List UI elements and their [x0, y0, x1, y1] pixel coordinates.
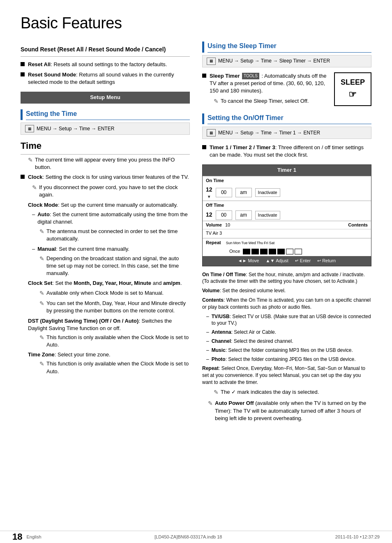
note-icon7: ✎ [39, 334, 44, 342]
cancel-text: To cancel the Sleep Timer, select Off. [221, 97, 309, 105]
on-status-btn[interactable]: Inactivate [255, 188, 280, 197]
clock-mode-bold: Clock Mode [28, 202, 58, 208]
footer-bar: 18 English [LD450-ZA]BN68-03317A.indb 18… [0, 531, 392, 543]
autopower-note: ✎ Auto Power Off (available only when th… [202, 400, 371, 422]
note-icon2: ✎ [32, 184, 37, 192]
dst-note-text: This function is only available when the… [46, 334, 190, 349]
note-icon-check: ✎ [214, 388, 219, 397]
square-bullet-clock [21, 175, 25, 179]
tvusb-text: TV/USB: Select TV or USB. (Make sure tha… [212, 313, 371, 327]
sleep-hand-icon: ☞ [341, 88, 365, 101]
off-hour-cell: 12 [206, 211, 212, 219]
auto-desc: : Set the current time automatically usi… [37, 211, 188, 225]
off-min-cell: 00 [216, 210, 232, 220]
blue-bar-onoff [202, 113, 204, 124]
sleep-label: SLEEP [341, 78, 365, 86]
reset-sound-mode-text: Reset Sound Mode: Returns all sound valu… [28, 71, 190, 86]
time-note1: ✎ The current time will appear every tim… [21, 156, 190, 171]
repeat-label: Repeat [206, 240, 221, 246]
square-bullet-icon2 [21, 72, 25, 76]
on-off-time-bold: On Time / Off Time [202, 272, 246, 277]
nav-adjust: ▲▼ Adjust [266, 258, 288, 264]
clock-set-bold: Clock Set [28, 280, 52, 286]
blue-bar-sleep [202, 42, 204, 52]
off-ampm-cell: am [235, 210, 252, 220]
on-time-row: 12 ▼ 00 am Inactivate [203, 185, 371, 201]
sun-cell [243, 249, 250, 254]
footer-file: [LD450-ZA]BN68-03317A.indb 18 [154, 534, 222, 540]
reset-all-bold: Reset All [28, 61, 51, 67]
sleep-timer-text: Sleep Timer TOOLS : Automatically shuts … [210, 72, 329, 95]
auto-text: Auto: Set the current time automatically… [37, 211, 190, 226]
note-icon-sleep: ✎ [214, 97, 219, 106]
photo-bold: Photo [212, 356, 226, 362]
antenna-bold: Antenna [212, 329, 231, 335]
square-bullet-icon [21, 62, 25, 66]
reset-sound-mode-bold: Reset Sound Mode [28, 72, 76, 78]
thu-label: Thu [257, 240, 263, 246]
repeat-bold: Repeat [202, 365, 219, 371]
onoff-path-text: MENU → Setup → Time → Timer 1 → ENTER [218, 129, 320, 136]
footer-left: 18 English [12, 531, 42, 543]
available-text: Available only when Clock Mode is set to… [46, 289, 164, 297]
note-icon8: ✎ [39, 360, 44, 368]
photo-item: Photo: Select the folder containing JPEG… [202, 356, 371, 363]
clock-set-and: and [151, 280, 163, 286]
channel-desc: : Select the desired channel. [231, 338, 293, 344]
adjust-label: Adjust [276, 258, 288, 264]
on-hour: 12 [206, 186, 212, 194]
antenna-item: Antenna: Select Air or Cable. [202, 329, 371, 336]
setting-time-path-text: MENU → Setup → Time → ENTER [37, 125, 114, 132]
tue-cell [260, 249, 267, 254]
down-arrow: ▼ [207, 194, 211, 200]
clock-set-desc: : Set the [52, 280, 74, 286]
setup-menu-bar: Setup Menu [21, 92, 190, 103]
note-icon6: ✎ [39, 300, 44, 308]
on-off-timer-header: Setting the On/Off Timer [202, 113, 371, 124]
broadcast-text: Depending on the broadcast station and s… [46, 255, 190, 277]
left-column: Sound Reset (Reset All / Reset Sound Mod… [21, 42, 190, 425]
off-status-btn[interactable]: Inactivate [255, 211, 280, 220]
off-time-row: 12 00 am Inactivate [203, 210, 371, 221]
channel-item: Channel: Select the desired channel. [202, 338, 371, 345]
page-number: 18 [12, 531, 22, 543]
square-bullet-timer [202, 145, 206, 149]
lang-label: English [26, 534, 41, 540]
timezone-note: ✎ This function is only available when t… [28, 360, 190, 375]
on-off-menu-path: ▦ MENU → Setup → Time → Timer 1 → ENTER [202, 127, 371, 139]
timezone-block: Time Zone: Select your time zone. ✎ This… [21, 351, 190, 375]
check-text: The ✓ mark indicates the day is selected… [221, 388, 319, 396]
enter-icon: ↵ [295, 258, 299, 264]
clock-set-items: Month, Day, Year, Hour, Minute [74, 280, 151, 286]
contents-bold: Contents [202, 297, 224, 303]
reset-all-bullet: Reset All: Resets all sound settings to … [21, 61, 190, 68]
sat-label: Sat [269, 240, 275, 246]
return-label: Return [322, 258, 336, 264]
setting-time-title: Setting the Time [26, 109, 190, 120]
timezone-text: Time Zone: Select your time zone. [28, 351, 190, 358]
reset-sound-mode-bullet: Reset Sound Mode: Returns all sound valu… [21, 71, 190, 86]
thu-cell [277, 249, 285, 254]
timer-table-title: Timer 1 [203, 165, 371, 176]
channel-text: Channel: Select the desired channel. [212, 338, 293, 345]
auto-bold: Auto [37, 211, 50, 217]
volume-desc: Volume: Set the desired volume level. [202, 287, 371, 294]
disconnect-note: ✎ If you disconnect the power cord, you … [21, 184, 190, 199]
note-icon3: ✎ [39, 228, 44, 236]
fri-cell [286, 249, 293, 254]
reset-all-text: Reset All: Resets all sound settings to … [28, 61, 167, 68]
menu-icon: ▦ [25, 125, 34, 132]
sleep-timer-header: Using the Sleep Timer [202, 42, 371, 52]
mon-cell [251, 249, 259, 254]
setting-time-section: Setting the Time ▦ MENU → Setup → Time →… [21, 109, 190, 135]
repeat-once: Once [229, 248, 240, 254]
mon-label: Mon [233, 240, 241, 246]
sleep-path-text: MENU → Setup → Time → Sleep Timer → ENTE… [218, 58, 330, 65]
off-time-label: Off Time [203, 201, 371, 210]
fri-label: Fri [264, 240, 268, 246]
on-off-timer-title: Setting the On/Off Timer [208, 113, 371, 124]
clock-set-block: Clock Set: Set the Month, Day, Year, Hou… [21, 280, 190, 314]
timer123-text: Timer 1 / Timer 2 / Timer 3: Three diffe… [210, 144, 371, 159]
antenna-text: Antenna: Select Air or Cable. [212, 329, 276, 336]
move-arrow-icon: ◄► [238, 258, 247, 264]
